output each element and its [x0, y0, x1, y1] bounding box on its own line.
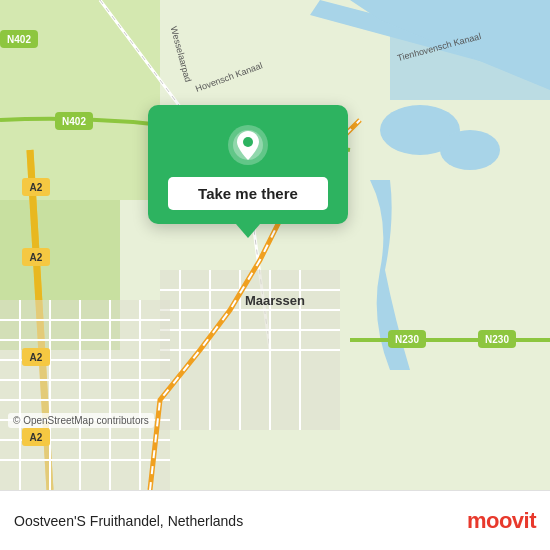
map-container: N402 N402 A2 A2 A2 A2 N230 N230 Maarssen… — [0, 0, 550, 490]
svg-point-54 — [243, 137, 253, 147]
svg-text:N230: N230 — [485, 334, 509, 345]
svg-point-3 — [440, 130, 500, 170]
svg-text:A2: A2 — [30, 352, 43, 363]
svg-text:N402: N402 — [62, 116, 86, 127]
take-me-there-button[interactable]: Take me there — [168, 177, 328, 210]
svg-text:A2: A2 — [30, 252, 43, 263]
svg-text:N402: N402 — [7, 34, 31, 45]
svg-text:A2: A2 — [30, 182, 43, 193]
location-label: Oostveen'S Fruithandel, Netherlands — [14, 513, 243, 529]
svg-text:N230: N230 — [395, 334, 419, 345]
osm-credit: © OpenStreetMap contributors — [8, 413, 154, 428]
moovit-brand-text: moovit — [467, 508, 536, 534]
svg-text:Maarssen: Maarssen — [245, 293, 305, 308]
svg-text:A2: A2 — [30, 432, 43, 443]
popup-card: Take me there — [148, 105, 348, 224]
svg-rect-16 — [0, 300, 170, 490]
moovit-logo: moovit — [467, 508, 536, 534]
bottom-bar: Oostveen'S Fruithandel, Netherlands moov… — [0, 490, 550, 550]
location-pin-icon — [226, 123, 270, 167]
